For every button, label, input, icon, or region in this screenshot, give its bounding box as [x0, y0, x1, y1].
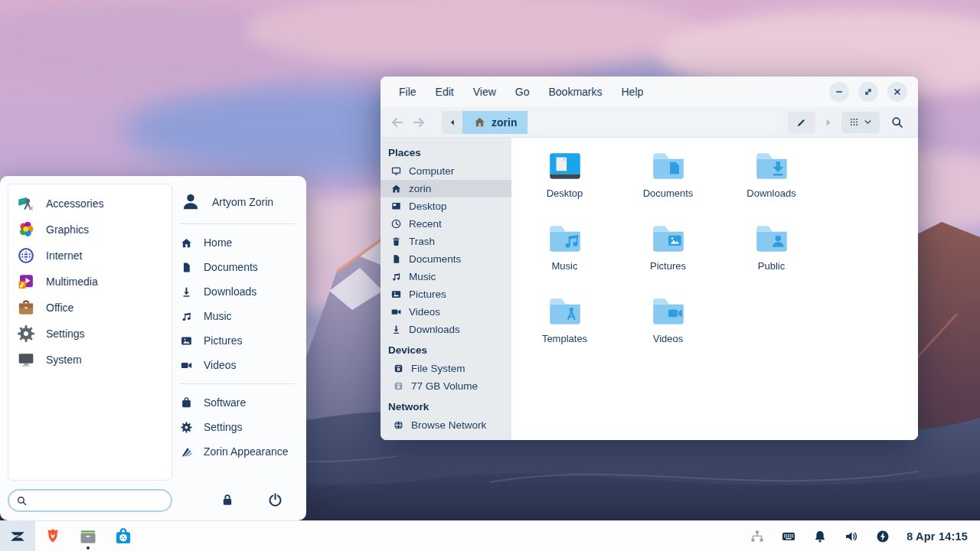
menu-shortcut-software[interactable]: Software [180, 390, 299, 415]
video-icon [180, 359, 193, 372]
menu-category-system[interactable]: System [8, 347, 172, 373]
start-menu-search[interactable] [8, 489, 172, 512]
menu-go[interactable]: Go [515, 86, 530, 98]
menu-category-multimedia[interactable]: Multimedia [8, 269, 172, 295]
folder-videos[interactable]: Videos [616, 292, 720, 365]
folder-templates[interactable]: Templates [513, 292, 616, 365]
keyboard-icon[interactable] [781, 529, 796, 544]
folder-public[interactable]: Public [720, 220, 823, 292]
lock-icon[interactable] [220, 491, 235, 508]
shortcut-label: Zorin Appearance [204, 445, 289, 458]
menu-category-settings[interactable]: Settings [8, 321, 172, 347]
menu-category-office[interactable]: Office [8, 295, 172, 321]
sidebar-item-label: Desktop [409, 201, 447, 212]
maximize-button[interactable] [858, 82, 878, 102]
minimize-button[interactable] [829, 82, 849, 102]
power-icon[interactable] [267, 491, 283, 508]
menu-place-documents[interactable]: Documents [180, 255, 299, 279]
menu-place-videos[interactable]: Videos [180, 353, 299, 377]
menu-category-internet[interactable]: Internet [8, 243, 172, 269]
volume-icon[interactable] [844, 529, 859, 544]
menu-place-downloads[interactable]: Downloads [180, 279, 299, 304]
sidebar-item-home[interactable]: zorin [381, 180, 511, 197]
file-manager-button[interactable] [70, 521, 106, 551]
folder-downloads[interactable]: Downloads [720, 147, 823, 220]
sidebar-item-label: Computer [409, 165, 454, 177]
sidebar-item-music[interactable]: Music [381, 268, 511, 285]
desktop-icon [390, 201, 402, 212]
menu-place-home[interactable]: Home [180, 230, 299, 255]
folder-documents[interactable]: Documents [616, 147, 720, 220]
session-controls [180, 491, 299, 511]
running-indicator [87, 546, 90, 549]
menu-bookmarks[interactable]: Bookmarks [548, 86, 602, 98]
breadcrumb-empty-area[interactable] [528, 111, 777, 134]
trash-icon [390, 236, 402, 247]
sidebar-item-browse-network[interactable]: Browse Network [381, 416, 511, 434]
menu-shortcut-settings[interactable]: Settings [180, 415, 299, 439]
sidebar-item-volume[interactable]: 77 GB Volume [381, 377, 511, 395]
menu-view[interactable]: View [473, 86, 496, 98]
menu-category-accessories[interactable]: Accessories [8, 191, 172, 217]
folder-music[interactable]: Music [513, 220, 616, 292]
sidebar-item-recent[interactable]: Recent [381, 215, 511, 233]
category-label: Internet [46, 249, 82, 262]
brave-browser-button[interactable] [35, 521, 70, 551]
documents-folder-icon [649, 147, 688, 185]
file-manager-content[interactable]: Desktop Documents Downloads Music Pictur… [511, 138, 918, 440]
folder-pictures[interactable]: Pictures [616, 220, 720, 292]
home-icon [390, 183, 402, 194]
search-input[interactable] [31, 493, 179, 508]
user-profile[interactable]: Artyom Zorin [180, 187, 299, 217]
breadcrumb-home-segment[interactable]: zorin [462, 111, 528, 134]
clock[interactable]: 8 Apr 14:15 [906, 530, 968, 543]
system-icon [16, 350, 36, 370]
sidebar-item-videos[interactable]: Videos [381, 303, 511, 321]
sidebar-item-label: File System [411, 363, 466, 374]
divider [180, 223, 295, 224]
back-button[interactable] [390, 115, 405, 130]
videos-folder-icon [649, 292, 688, 331]
view-mode-button[interactable] [841, 112, 880, 133]
network-icon[interactable] [750, 529, 765, 544]
file-manager-sidebar: Places Computer zorin Desktop Recent Tra… [381, 138, 511, 440]
power-status-icon[interactable] [875, 529, 890, 544]
sidebar-item-label: Videos [409, 306, 440, 318]
sidebar-item-computer[interactable]: Computer [381, 162, 511, 180]
home-icon [180, 236, 193, 249]
breadcrumb-collapse-button[interactable] [442, 111, 462, 134]
notifications-bell-icon[interactable] [812, 529, 828, 544]
place-label: Home [204, 236, 232, 249]
close-button[interactable] [887, 82, 907, 102]
start-menu-right-pane: Artyom Zorin Home Documents Downloads Mu… [180, 176, 299, 520]
menu-category-graphics[interactable]: Graphics [8, 217, 172, 243]
place-label: Downloads [204, 285, 256, 298]
menu-edit[interactable]: Edit [436, 86, 454, 98]
sidebar-item-downloads[interactable]: Downloads [381, 321, 511, 338]
menu-place-music[interactable]: Music [180, 304, 299, 328]
place-label: Documents [204, 261, 258, 273]
sidebar-item-file-system[interactable]: File System [381, 360, 511, 377]
menu-place-pictures[interactable]: Pictures [180, 328, 299, 353]
menu-help[interactable]: Help [622, 86, 644, 98]
breadcrumb: zorin [442, 111, 777, 134]
category-label: Office [46, 302, 74, 314]
software-store-button[interactable] [106, 521, 141, 551]
menu-file[interactable]: File [399, 86, 416, 98]
folder-label: Public [758, 260, 785, 272]
document-icon [390, 253, 402, 265]
zorin-menu-button[interactable] [0, 521, 35, 551]
sidebar-header-places: Places [381, 141, 511, 162]
sidebar-item-pictures[interactable]: Pictures [381, 285, 511, 303]
menu-shortcut-zorin-appearance[interactable]: Zorin Appearance [180, 439, 299, 464]
forward-button[interactable] [411, 115, 426, 130]
sidebar-item-documents[interactable]: Documents [381, 250, 511, 268]
maximize-icon [863, 86, 874, 97]
breadcrumb-expand-button[interactable] [822, 116, 835, 129]
search-button[interactable] [886, 112, 909, 133]
sidebar-item-desktop[interactable]: Desktop [381, 197, 511, 215]
edit-path-button[interactable] [788, 112, 815, 133]
folder-desktop[interactable]: Desktop [513, 147, 616, 220]
globe-icon [393, 419, 404, 431]
sidebar-item-trash[interactable]: Trash [381, 233, 511, 250]
